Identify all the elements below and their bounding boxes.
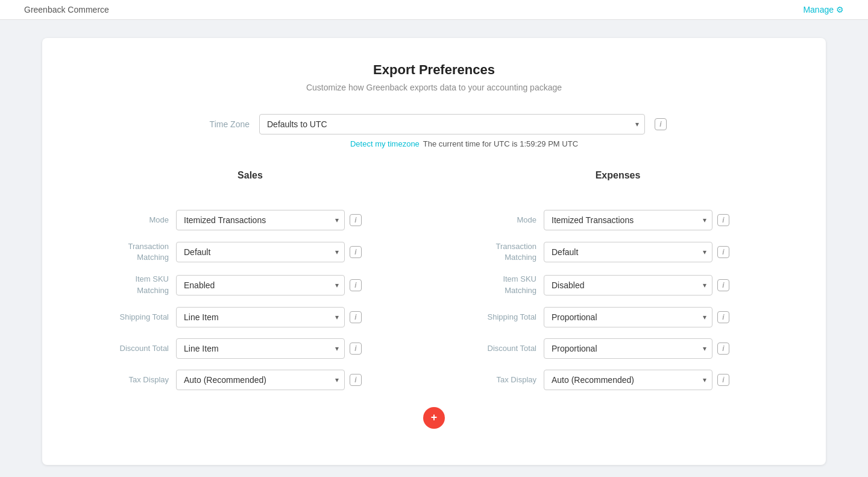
sales-discount-select-wrapper: Line Item xyxy=(176,338,345,359)
expenses-shipping-controls: Proportional i xyxy=(544,307,729,327)
expenses-mode-row: Mode Itemized Transactions i xyxy=(446,210,790,230)
expenses-shipping-select[interactable]: Proportional xyxy=(544,307,712,327)
columns-grid: Mode Itemized Transactions i Transaction… xyxy=(78,210,790,401)
sales-tax-label: Tax Display xyxy=(78,374,169,385)
expenses-transaction-matching-info-icon[interactable]: i xyxy=(717,246,729,258)
top-bar: Greenback Commerce Manage ⚙ xyxy=(0,0,868,20)
sales-sku-select-wrapper: Enabled xyxy=(176,275,345,295)
sales-mode-controls: Itemized Transactions i xyxy=(176,210,362,230)
timezone-row: Time Zone Defaults to UTC i xyxy=(78,114,790,134)
manage-link[interactable]: Manage ⚙ xyxy=(803,5,844,14)
sales-discount-row: Discount Total Line Item i xyxy=(78,338,422,359)
expenses-shipping-select-wrapper: Proportional xyxy=(544,307,712,327)
expenses-shipping-row: Shipping Total Proportional i xyxy=(446,307,790,327)
expenses-discount-select-wrapper: Proportional xyxy=(544,338,712,359)
timezone-select[interactable]: Defaults to UTC xyxy=(259,114,645,134)
expenses-sku-controls: Disabled i xyxy=(544,275,729,295)
sales-tax-select[interactable]: Auto (Recommended) xyxy=(176,370,345,390)
sales-transaction-matching-select-wrapper: Default xyxy=(176,242,345,262)
main-container: Export Preferences Customize how Greenba… xyxy=(42,38,826,465)
expenses-transaction-matching-label: TransactionMatching xyxy=(446,241,536,263)
expenses-column: Mode Itemized Transactions i Transaction… xyxy=(446,210,790,401)
sales-sku-select[interactable]: Enabled xyxy=(176,275,345,295)
sales-mode-label: Mode xyxy=(78,215,169,226)
sales-shipping-row: Shipping Total Line Item i xyxy=(78,307,422,327)
brand-name: Greenback Commerce xyxy=(24,5,109,14)
expenses-transaction-matching-row: TransactionMatching Default i xyxy=(446,241,790,263)
expenses-mode-controls: Itemized Transactions i xyxy=(544,210,729,230)
sales-transaction-matching-info-icon[interactable]: i xyxy=(350,246,362,258)
expenses-mode-label: Mode xyxy=(446,215,536,226)
expenses-discount-row: Discount Total Proportional i xyxy=(446,338,790,359)
expenses-shipping-label: Shipping Total xyxy=(446,312,536,323)
expenses-tax-select-wrapper: Auto (Recommended) xyxy=(544,370,712,390)
expenses-tax-info-icon[interactable]: i xyxy=(717,374,729,386)
expenses-transaction-matching-controls: Default i xyxy=(544,242,729,262)
timezone-select-wrapper: Defaults to UTC xyxy=(259,114,645,134)
sales-mode-row: Mode Itemized Transactions i xyxy=(78,210,422,230)
sales-mode-info-icon[interactable]: i xyxy=(350,214,362,226)
sales-transaction-matching-select[interactable]: Default xyxy=(176,242,345,262)
page-subtitle: Customize how Greenback exports data to … xyxy=(78,83,790,92)
sales-tax-row: Tax Display Auto (Recommended) i xyxy=(78,370,422,390)
sales-tax-info-icon[interactable]: i xyxy=(350,374,362,386)
sales-transaction-matching-controls: Default i xyxy=(176,242,362,262)
timezone-info-icon[interactable]: i xyxy=(655,118,667,130)
expenses-mode-select[interactable]: Itemized Transactions xyxy=(544,210,712,230)
section-headers: Sales Expenses xyxy=(78,170,790,195)
manage-label: Manage xyxy=(803,5,834,14)
expenses-discount-controls: Proportional i xyxy=(544,338,729,359)
expenses-discount-select[interactable]: Proportional xyxy=(544,338,712,359)
sales-header: Sales xyxy=(237,170,263,181)
sales-sku-label: Item SKUMatching xyxy=(78,274,169,295)
detect-timezone-link[interactable]: Detect my timezone xyxy=(350,139,420,148)
sales-mode-select-wrapper: Itemized Transactions xyxy=(176,210,345,230)
sales-tax-controls: Auto (Recommended) i xyxy=(176,370,362,390)
sales-shipping-label: Shipping Total xyxy=(78,312,169,323)
page-title: Export Preferences xyxy=(78,62,790,78)
sales-sku-info-icon[interactable]: i xyxy=(350,279,362,291)
sales-mode-select[interactable]: Itemized Transactions xyxy=(176,210,345,230)
expenses-sku-select[interactable]: Disabled xyxy=(544,275,712,295)
sales-shipping-controls: Line Item i xyxy=(176,307,362,327)
expenses-tax-select[interactable]: Auto (Recommended) xyxy=(544,370,712,390)
expenses-sku-select-wrapper: Disabled xyxy=(544,275,712,295)
expenses-mode-info-icon[interactable]: i xyxy=(717,214,729,226)
expenses-discount-info-icon[interactable]: i xyxy=(717,343,729,355)
expenses-shipping-info-icon[interactable]: i xyxy=(717,311,729,323)
expenses-sku-info-icon[interactable]: i xyxy=(717,279,729,291)
manage-icon: ⚙ xyxy=(836,5,844,14)
sales-shipping-select-wrapper: Line Item xyxy=(176,307,345,327)
expenses-mode-select-wrapper: Itemized Transactions xyxy=(544,210,712,230)
sales-shipping-select[interactable]: Line Item xyxy=(176,307,345,327)
expenses-tax-label: Tax Display xyxy=(446,374,536,385)
action-button[interactable]: + xyxy=(423,407,445,429)
sales-sku-row: Item SKUMatching Enabled i xyxy=(78,274,422,295)
sales-discount-info-icon[interactable]: i xyxy=(350,343,362,355)
sales-column: Mode Itemized Transactions i Transaction… xyxy=(78,210,422,401)
expenses-tax-row: Tax Display Auto (Recommended) i xyxy=(446,370,790,390)
expenses-sku-row: Item SKUMatching Disabled i xyxy=(446,274,790,295)
sales-discount-label: Discount Total xyxy=(78,343,169,354)
expenses-transaction-matching-select[interactable]: Default xyxy=(544,242,712,262)
sales-shipping-info-icon[interactable]: i xyxy=(350,311,362,323)
timezone-label: Time Zone xyxy=(201,119,250,129)
sales-transaction-matching-label: TransactionMatching xyxy=(78,241,169,263)
expenses-header: Expenses xyxy=(596,170,641,181)
current-time-text: The current time for UTC is 1:59:29 PM U… xyxy=(423,139,578,148)
expenses-tax-controls: Auto (Recommended) i xyxy=(544,370,729,390)
sales-discount-controls: Line Item i xyxy=(176,338,362,359)
sales-tax-select-wrapper: Auto (Recommended) xyxy=(176,370,345,390)
expenses-sku-label: Item SKUMatching xyxy=(446,274,536,295)
sales-sku-controls: Enabled i xyxy=(176,275,362,295)
sales-transaction-matching-row: TransactionMatching Default i xyxy=(78,241,422,263)
expenses-discount-label: Discount Total xyxy=(446,343,536,354)
detect-timezone-row: Detect my timezone The current time for … xyxy=(139,139,790,148)
sales-discount-select[interactable]: Line Item xyxy=(176,338,345,359)
expenses-transaction-matching-select-wrapper: Default xyxy=(544,242,712,262)
